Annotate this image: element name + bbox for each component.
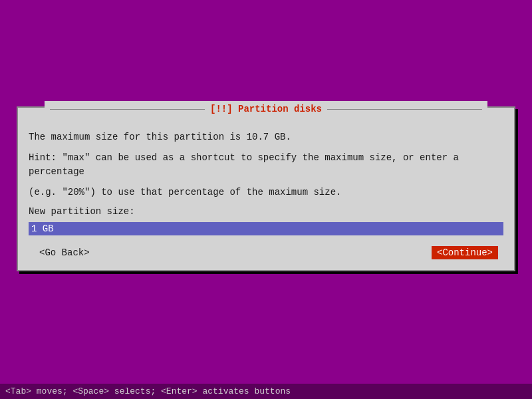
dialog-content: The maximum size for this partition is 1…: [18, 124, 514, 270]
hint-text-line2: (e.g. "20%") to use that percentage of t…: [29, 186, 503, 200]
title-bar-line-right: [327, 109, 482, 110]
hint-text-line1: Hint: "max" can be used as a shortcut to…: [29, 151, 503, 179]
buttons-row: <Go Back> <Continue>: [29, 246, 503, 259]
partition-size-input[interactable]: [29, 222, 503, 235]
status-bar: <Tab> moves; <Space> selects; <Enter> ac…: [0, 384, 532, 399]
title-bar: [!!] Partition disks: [45, 101, 487, 117]
partition-dialog: [!!] Partition disks The maximum size fo…: [17, 106, 515, 271]
dialog-title: [!!] Partition disks: [205, 104, 327, 114]
go-back-button[interactable]: <Go Back>: [34, 246, 95, 259]
max-size-text: The maximum size for this partition is 1…: [29, 130, 503, 144]
title-bar-line-left: [50, 109, 205, 110]
status-text: <Tab> moves; <Space> selects; <Enter> ac…: [5, 386, 291, 396]
continue-button[interactable]: <Continue>: [432, 246, 498, 259]
partition-size-label: New partition size:: [29, 206, 503, 217]
